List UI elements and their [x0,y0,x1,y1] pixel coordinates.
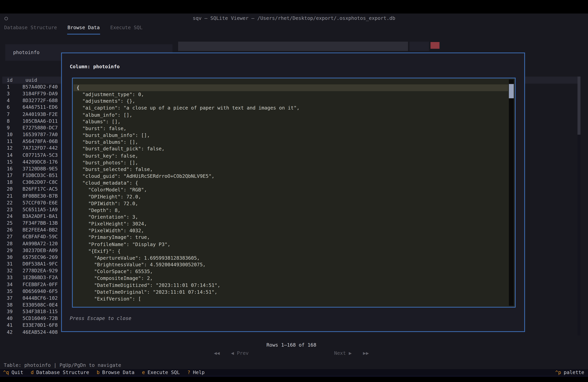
cell-id: 40 [2,315,22,322]
help-key: e [142,370,145,375]
cell-id: 31 [2,261,22,267]
cell-id: 38 [2,302,22,308]
cell-id: 35 [2,288,22,295]
json-line: "Depth": 8, [74,207,508,214]
json-line: "ApertureValue": 1.6959938128383605, [74,255,508,261]
json-scrollbar[interactable] [509,80,514,306]
cell-id: 18 [2,179,22,186]
table-scrollbar-thumb[interactable] [578,76,580,135]
json-line: "burst_selected": false, [74,166,508,173]
cell-uuid: 5CD16049-72B [22,315,58,322]
json-line: "burst_key": false, [74,152,508,159]
screen-scaler: sqv — SQLite Viewer — /Users/rhet/Deskto… [0,0,588,382]
json-line: "burst_photos": [], [74,159,508,166]
help-item[interactable]: ^qQuit [3,369,23,376]
cell-uuid: 37120D8B-9E5 [22,165,58,172]
column-viewer-modal: Column: photoinfo { "adjustment_type": 0… [61,53,525,332]
help-key: b [97,370,100,375]
json-line: "CompositeImage": 2, [74,275,508,282]
json-line: "albums": [], [74,118,508,125]
help-bar: ^qQuitdDatabase StructurebBrowse DataeEx… [0,369,588,376]
json-scrollbar-thumb[interactable] [509,84,514,98]
tab-database-structure[interactable]: Database Structure [4,23,57,35]
next-page-button[interactable]: Next ▶ [334,350,352,356]
table-scrollbar[interactable] [578,76,580,335]
pagination-spacer [260,353,323,353]
cell-id: 33 [2,275,22,281]
cell-id: 11 [2,138,22,145]
json-line-selected: { [74,85,508,91]
tab-browse-data[interactable]: Browse Data [67,23,100,35]
json-viewer[interactable]: { "adjustment_type": 0, "adjustments": {… [72,78,515,308]
cell-id: 34 [2,281,22,288]
json-line: "cloud_guid": "AdHUiRcSERdrroO+COb2QbNLV… [74,173,508,180]
help-label: Execute SQL [147,370,180,375]
cell-uuid: 534F3818-115 [22,308,58,315]
json-line: "ColorModel": "RGB", [74,187,508,193]
screen: sqv — SQLite Viewer — /Users/rhet/Deskto… [0,0,588,382]
cell-uuid: E330508C-0E4 [22,302,58,308]
cell-uuid: 2778D2EA-929 [22,267,58,274]
prev-page-button[interactable]: ◀ Prev [231,350,249,356]
cell-uuid: 105CBAA6-D11 [22,118,58,125]
column-header-uuid[interactable]: uuid [25,76,37,84]
table-selector-value: photoinfo [13,50,40,55]
cell-id: 42 [2,329,22,336]
cell-id: 29 [2,247,22,254]
cell-id: 32 [2,267,22,274]
help-item[interactable]: dDatabase Structure [31,369,89,376]
cell-uuid: AA99BA72-120 [22,240,58,247]
json-line: "ColorSpace": 65535, [74,268,508,275]
help-label: Database Structure [36,370,89,375]
cell-id: 10 [2,131,22,138]
cell-uuid: 6575EC96-269 [22,254,58,261]
first-page-button[interactable]: ◀◀ [214,350,220,356]
cell-uuid: 0D656940-6F5 [22,288,58,295]
cell-id: 28 [2,240,22,247]
json-line: "DateTimeOriginal": "2023:11:01 07:14:51… [74,289,508,296]
cell-uuid: B3A2ADF1-BA1 [22,213,58,220]
cell-id: 8 [2,118,22,125]
last-page-button[interactable]: ▶▶ [363,350,369,356]
cell-id: 9 [2,125,22,131]
cell-uuid: 3184FF79-DA9 [22,90,58,97]
cell-id: 20 [2,186,22,192]
filter-input[interactable] [178,42,408,51]
cell-uuid: 7F34F7BB-13B [22,220,58,227]
help-key: ^q [3,370,9,375]
help-label: Help [193,370,205,375]
red-indicator [431,42,440,49]
json-line: "DPIWidth": 72.0, [74,200,508,207]
palette-shortcut[interactable]: ^ppalette [555,369,584,376]
json-line: "burst": false, [74,125,508,132]
help-item[interactable]: bBrowse Data [97,369,135,376]
cell-uuid: B57A40D2-F40 [22,84,58,90]
cell-id: 30 [2,254,22,261]
help-key: ? [187,370,190,375]
json-line: "PixelHeight": 3024, [74,221,508,227]
cell-uuid: 5C6511A5-1A9 [22,206,58,213]
cell-id: 3 [2,90,22,97]
help-item[interactable]: eExecute SQL [142,369,180,376]
tab-execute-sql[interactable]: Execute SQL [110,23,143,35]
cell-uuid: 1E2B6BD3-F2A [22,275,58,281]
help-key: d [31,370,34,375]
column-header-id[interactable]: id [2,76,22,84]
cell-id: 6 [2,104,22,111]
cell-uuid: 2A40193B-F2E [22,111,58,118]
cell-uuid: D0F538A1-9FC [22,261,58,267]
cell-id: 4 [2,97,22,104]
json-line: "DPIHeight": 72.0, [74,193,508,200]
window-title: sqv — SQLite Viewer — /Users/rhet/Deskto… [0,15,588,21]
cell-uuid: E33E70D1-6F8 [22,322,58,329]
cell-uuid: 64A67511-ED6 [22,104,58,111]
filter-aux-box [410,42,429,51]
help-item[interactable]: ?Help [187,369,205,376]
json-line: "{Exif}": { [74,248,508,255]
cell-uuid: 6CBFAF4D-59C [22,233,58,240]
help-label: Quit [11,370,23,375]
cell-uuid: BE2FEEA4-BB2 [22,227,58,233]
pagination-info: Rows 1–168 of 168 [0,342,583,348]
cell-id: 24 [2,213,22,220]
cell-id: 1 [2,84,22,90]
